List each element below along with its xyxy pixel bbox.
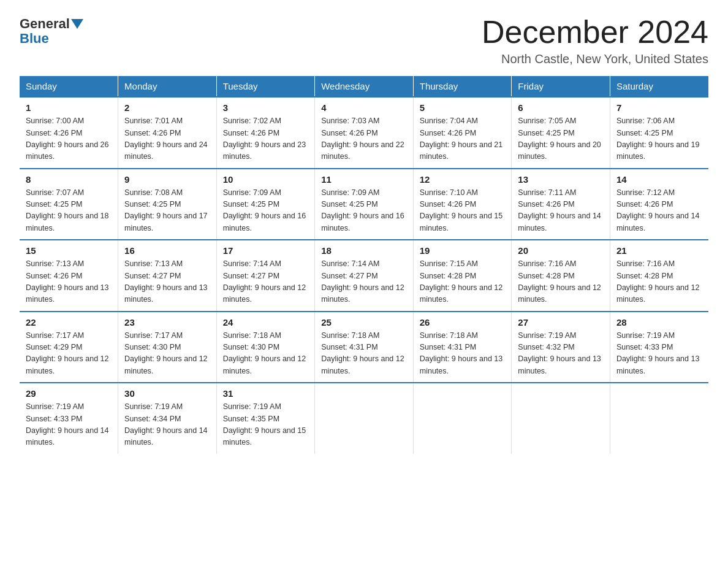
day-detail: Sunrise: 7:14 AMSunset: 4:27 PMDaylight:… xyxy=(321,258,407,306)
day-number: 22 xyxy=(26,317,112,327)
calendar-cell-week2-day3: 11 Sunrise: 7:09 AMSunset: 4:25 PMDaylig… xyxy=(315,169,414,240)
day-number: 25 xyxy=(321,317,407,327)
day-detail: Sunrise: 7:05 AMSunset: 4:25 PMDaylight:… xyxy=(518,115,604,163)
day-detail: Sunrise: 7:13 AMSunset: 4:27 PMDaylight:… xyxy=(124,258,210,306)
calendar-cell-week1-day1: 2 Sunrise: 7:01 AMSunset: 4:26 PMDayligh… xyxy=(118,97,217,169)
calendar-cell-week5-day5 xyxy=(512,383,610,454)
day-number: 10 xyxy=(223,174,309,185)
day-detail: Sunrise: 7:09 AMSunset: 4:25 PMDaylight:… xyxy=(223,187,309,235)
day-detail: Sunrise: 7:16 AMSunset: 4:28 PMDaylight:… xyxy=(616,258,702,306)
day-detail: Sunrise: 7:01 AMSunset: 4:26 PMDaylight:… xyxy=(124,115,210,163)
calendar-cell-week2-day5: 13 Sunrise: 7:11 AMSunset: 4:26 PMDaylig… xyxy=(512,169,610,240)
day-detail: Sunrise: 7:12 AMSunset: 4:26 PMDaylight:… xyxy=(616,187,702,235)
calendar-cell-week1-day3: 4 Sunrise: 7:03 AMSunset: 4:26 PMDayligh… xyxy=(315,97,414,169)
day-number: 17 xyxy=(223,245,309,256)
day-number: 14 xyxy=(616,174,702,185)
calendar-cell-week3-day5: 20 Sunrise: 7:16 AMSunset: 4:28 PMDaylig… xyxy=(512,240,610,312)
day-number: 18 xyxy=(321,245,407,256)
calendar-cell-week1-day5: 6 Sunrise: 7:05 AMSunset: 4:25 PMDayligh… xyxy=(512,97,610,169)
calendar-week-4: 22 Sunrise: 7:17 AMSunset: 4:29 PMDaylig… xyxy=(20,312,708,383)
calendar-cell-week3-day2: 17 Sunrise: 7:14 AMSunset: 4:27 PMDaylig… xyxy=(216,240,315,312)
calendar-cell-week4-day3: 25 Sunrise: 7:18 AMSunset: 4:31 PMDaylig… xyxy=(315,312,414,383)
calendar-cell-week5-day4 xyxy=(413,383,512,454)
day-detail: Sunrise: 7:19 AMSunset: 4:33 PMDaylight:… xyxy=(616,330,702,378)
calendar-cell-week2-day1: 9 Sunrise: 7:08 AMSunset: 4:25 PMDayligh… xyxy=(118,169,217,240)
day-detail: Sunrise: 7:16 AMSunset: 4:28 PMDaylight:… xyxy=(518,258,604,306)
logo-general-text: General xyxy=(20,17,70,31)
calendar-cell-week5-day2: 31 Sunrise: 7:19 AMSunset: 4:35 PMDaylig… xyxy=(216,383,315,454)
calendar-cell-week2-day0: 8 Sunrise: 7:07 AMSunset: 4:25 PMDayligh… xyxy=(20,169,118,240)
day-detail: Sunrise: 7:17 AMSunset: 4:30 PMDaylight:… xyxy=(124,330,210,378)
day-number: 8 xyxy=(26,174,112,185)
day-number: 1 xyxy=(26,102,112,113)
calendar-table: Sunday Monday Tuesday Wednesday Thursday… xyxy=(20,76,708,454)
day-detail: Sunrise: 7:19 AMSunset: 4:34 PMDaylight:… xyxy=(124,401,210,449)
calendar-cell-week5-day0: 29 Sunrise: 7:19 AMSunset: 4:33 PMDaylig… xyxy=(20,383,118,454)
calendar-cell-week4-day0: 22 Sunrise: 7:17 AMSunset: 4:29 PMDaylig… xyxy=(20,312,118,383)
day-number: 6 xyxy=(518,102,604,113)
calendar-cell-week5-day3 xyxy=(315,383,414,454)
col-sunday: Sunday xyxy=(20,76,118,97)
col-friday: Friday xyxy=(512,76,610,97)
day-detail: Sunrise: 7:19 AMSunset: 4:35 PMDaylight:… xyxy=(223,401,309,449)
page-title: December 2024 xyxy=(482,15,708,50)
col-tuesday: Tuesday xyxy=(216,76,315,97)
day-number: 30 xyxy=(124,388,210,399)
day-number: 26 xyxy=(420,317,506,327)
calendar-week-5: 29 Sunrise: 7:19 AMSunset: 4:33 PMDaylig… xyxy=(20,383,708,454)
calendar-cell-week3-day6: 21 Sunrise: 7:16 AMSunset: 4:28 PMDaylig… xyxy=(610,240,708,312)
calendar-cell-week5-day1: 30 Sunrise: 7:19 AMSunset: 4:34 PMDaylig… xyxy=(118,383,217,454)
day-detail: Sunrise: 7:07 AMSunset: 4:25 PMDaylight:… xyxy=(26,187,112,235)
day-detail: Sunrise: 7:11 AMSunset: 4:26 PMDaylight:… xyxy=(518,187,604,235)
day-number: 5 xyxy=(420,102,506,113)
day-detail: Sunrise: 7:19 AMSunset: 4:33 PMDaylight:… xyxy=(26,401,112,449)
day-detail: Sunrise: 7:18 AMSunset: 4:31 PMDaylight:… xyxy=(321,330,407,378)
day-number: 13 xyxy=(518,174,604,185)
day-detail: Sunrise: 7:15 AMSunset: 4:28 PMDaylight:… xyxy=(420,258,506,306)
day-detail: Sunrise: 7:04 AMSunset: 4:26 PMDaylight:… xyxy=(420,115,506,163)
calendar-cell-week5-day6 xyxy=(610,383,708,454)
col-thursday: Thursday xyxy=(413,76,512,97)
calendar-cell-week1-day6: 7 Sunrise: 7:06 AMSunset: 4:25 PMDayligh… xyxy=(610,97,708,169)
page-header: General Blue December 2024 North Castle,… xyxy=(20,15,708,66)
day-number: 12 xyxy=(420,174,506,185)
day-number: 24 xyxy=(223,317,309,327)
day-detail: Sunrise: 7:10 AMSunset: 4:26 PMDaylight:… xyxy=(420,187,506,235)
calendar-cell-week4-day5: 27 Sunrise: 7:19 AMSunset: 4:32 PMDaylig… xyxy=(512,312,610,383)
day-number: 2 xyxy=(124,102,210,113)
calendar-cell-week3-day0: 15 Sunrise: 7:13 AMSunset: 4:26 PMDaylig… xyxy=(20,240,118,312)
col-monday: Monday xyxy=(118,76,217,97)
calendar-cell-week2-day2: 10 Sunrise: 7:09 AMSunset: 4:25 PMDaylig… xyxy=(216,169,315,240)
day-detail: Sunrise: 7:17 AMSunset: 4:29 PMDaylight:… xyxy=(26,330,112,378)
day-number: 9 xyxy=(124,174,210,185)
calendar-cell-week3-day4: 19 Sunrise: 7:15 AMSunset: 4:28 PMDaylig… xyxy=(413,240,512,312)
day-detail: Sunrise: 7:13 AMSunset: 4:26 PMDaylight:… xyxy=(26,258,112,306)
calendar-cell-week1-day4: 5 Sunrise: 7:04 AMSunset: 4:26 PMDayligh… xyxy=(413,97,512,169)
day-number: 20 xyxy=(518,245,604,256)
calendar-cell-week4-day4: 26 Sunrise: 7:18 AMSunset: 4:31 PMDaylig… xyxy=(413,312,512,383)
day-detail: Sunrise: 7:14 AMSunset: 4:27 PMDaylight:… xyxy=(223,258,309,306)
title-block: December 2024 North Castle, New York, Un… xyxy=(482,15,708,66)
day-number: 16 xyxy=(124,245,210,256)
calendar-cell-week3-day3: 18 Sunrise: 7:14 AMSunset: 4:27 PMDaylig… xyxy=(315,240,414,312)
day-number: 23 xyxy=(124,317,210,327)
calendar-cell-week1-day2: 3 Sunrise: 7:02 AMSunset: 4:26 PMDayligh… xyxy=(216,97,315,169)
calendar-cell-week4-day6: 28 Sunrise: 7:19 AMSunset: 4:33 PMDaylig… xyxy=(610,312,708,383)
day-number: 27 xyxy=(518,317,604,327)
day-number: 29 xyxy=(26,388,112,399)
calendar-week-2: 8 Sunrise: 7:07 AMSunset: 4:25 PMDayligh… xyxy=(20,169,708,240)
calendar-cell-week2-day4: 12 Sunrise: 7:10 AMSunset: 4:26 PMDaylig… xyxy=(413,169,512,240)
day-number: 31 xyxy=(223,388,309,399)
day-detail: Sunrise: 7:02 AMSunset: 4:26 PMDaylight:… xyxy=(223,115,309,163)
day-detail: Sunrise: 7:06 AMSunset: 4:25 PMDaylight:… xyxy=(616,115,702,163)
logo-triangle-icon xyxy=(71,19,83,29)
day-number: 11 xyxy=(321,174,407,185)
calendar-week-1: 1 Sunrise: 7:00 AMSunset: 4:26 PMDayligh… xyxy=(20,97,708,169)
col-saturday: Saturday xyxy=(610,76,708,97)
day-number: 28 xyxy=(616,317,702,327)
day-detail: Sunrise: 7:08 AMSunset: 4:25 PMDaylight:… xyxy=(124,187,210,235)
calendar-cell-week4-day1: 23 Sunrise: 7:17 AMSunset: 4:30 PMDaylig… xyxy=(118,312,217,383)
col-wednesday: Wednesday xyxy=(315,76,414,97)
logo: General Blue xyxy=(20,17,85,47)
calendar-header-row: Sunday Monday Tuesday Wednesday Thursday… xyxy=(20,76,708,97)
